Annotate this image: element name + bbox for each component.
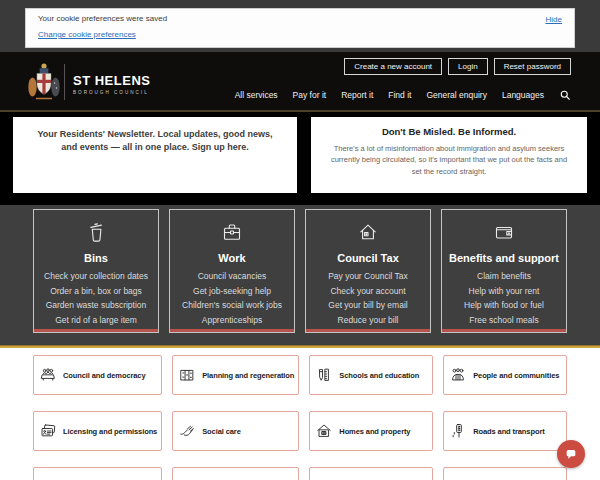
tile-partial[interactable] <box>33 467 162 480</box>
search-icon[interactable] <box>559 89 571 101</box>
card-link[interactable]: Garden waste subscription <box>37 298 155 313</box>
account-buttons: Create a new account Login Reset passwor… <box>344 58 571 75</box>
create-account-button[interactable]: Create a new account <box>344 58 442 75</box>
nav-report-it[interactable]: Report it <box>341 90 373 100</box>
card-link[interactable]: Get rid of a large item <box>37 313 155 328</box>
council-coat-of-arms-logo <box>27 60 61 104</box>
misled-title: Don't Be Misled. Be Informed. <box>325 126 573 137</box>
home-icon <box>314 421 334 441</box>
tile-label: Schools and education <box>339 371 419 380</box>
nav-pay-for-it[interactable]: Pay for it <box>293 90 327 100</box>
card-link[interactable]: Children's social work jobs <box>173 298 291 313</box>
card-link[interactable]: Pay your Council Tax <box>309 269 427 284</box>
tile-label: Licensing and permissions <box>63 427 157 436</box>
card-link[interactable]: Apprenticeships <box>173 313 291 328</box>
briefcase-icon <box>173 219 291 245</box>
hide-cookie-banner-link[interactable]: Hide <box>546 15 562 24</box>
card-work[interactable]: Work Council vacancies Get job-seeking h… <box>169 209 295 333</box>
card-title: Benefits and support <box>445 252 563 264</box>
tile-label: Council and democracy <box>63 371 146 380</box>
nav-general-enquiry[interactable]: General enquiry <box>426 90 486 100</box>
org-subtitle: BOROUGH COUNCIL <box>73 90 150 95</box>
tile-partial[interactable] <box>443 467 567 480</box>
newsletter-text: Your Residents' Newsletter. Local update… <box>31 128 279 154</box>
nav-find-it[interactable]: Find it <box>388 90 411 100</box>
tile-label: Roads and transport <box>473 427 544 436</box>
category-tiles: Council and democracy Planning and regen… <box>0 348 600 480</box>
caring-hands-icon <box>177 421 197 441</box>
tile-homes-and-property[interactable]: Homes and property <box>309 411 433 451</box>
tile-council-and-democracy[interactable]: Council and democracy <box>33 355 162 395</box>
card-title: Council Tax <box>309 252 427 264</box>
card-benefits[interactable]: Benefits and support Claim benefits Help… <box>441 209 567 333</box>
site-header: ST HELENS BOROUGH COUNCIL Create a new a… <box>0 52 600 112</box>
reset-password-button[interactable]: Reset password <box>494 58 571 75</box>
nav-languages[interactable]: Languages <box>502 90 544 100</box>
card-link[interactable]: Free school meals <box>445 313 563 328</box>
map-plan-icon <box>177 365 197 385</box>
cookie-banner: Your cookie preferences were saved Chang… <box>0 0 600 52</box>
card-link[interactable]: Claim benefits <box>445 269 563 284</box>
card-link[interactable]: Get your bill by email <box>309 298 427 313</box>
traffic-light-icon <box>448 421 468 441</box>
cookie-message-box: Your cookie preferences were saved Chang… <box>25 8 575 48</box>
chat-bubble-icon <box>563 446 579 462</box>
wallet-icon <box>445 219 563 245</box>
logo-divider <box>64 64 65 100</box>
cookie-message: Your cookie preferences were saved <box>38 14 562 23</box>
card-council-tax[interactable]: Council Tax Pay your Council Tax Check y… <box>305 209 431 333</box>
login-button[interactable]: Login <box>448 58 488 75</box>
card-link[interactable]: Check your account <box>309 284 427 299</box>
card-link[interactable]: Council vacancies <box>173 269 291 284</box>
tile-partial[interactable] <box>172 467 299 480</box>
change-cookie-preferences-link[interactable]: Change cookie preferences <box>38 30 136 39</box>
service-cards: Bins Check your collection dates Order a… <box>0 205 600 345</box>
card-link[interactable]: Check your collection dates <box>37 269 155 284</box>
dont-be-misled-banner[interactable]: Don't Be Misled. Be Informed. There's a … <box>311 117 587 193</box>
tile-planning-and-regeneration[interactable]: Planning and regeneration <box>172 355 299 395</box>
card-title: Bins <box>37 252 155 264</box>
id-cards-icon <box>38 421 58 441</box>
nav-all-services[interactable]: All services <box>235 90 278 100</box>
tile-roads-and-transport[interactable]: Roads and transport <box>443 411 567 451</box>
promo-banners: Your Residents' Newsletter. Local update… <box>0 112 600 205</box>
misled-text: There's a lot of misinformation about im… <box>325 143 573 177</box>
main-navigation: All services Pay for it Report it Find i… <box>235 89 571 101</box>
card-accent-bar <box>170 329 294 332</box>
tile-people-and-communities[interactable]: People and communities <box>443 355 567 395</box>
org-name: ST HELENS <box>73 73 150 88</box>
tile-label: Social care <box>202 427 241 436</box>
trash-bin-icon <box>37 219 155 245</box>
tile-label: Homes and property <box>339 427 410 436</box>
tile-social-care[interactable]: Social care <box>172 411 299 451</box>
card-bins[interactable]: Bins Check your collection dates Order a… <box>33 209 159 333</box>
card-link[interactable]: Reduce your bill <box>309 313 427 328</box>
card-link[interactable]: Help with food or fuel <box>445 298 563 313</box>
tile-schools-and-education[interactable]: Schools and education <box>309 355 433 395</box>
house-icon <box>309 219 427 245</box>
card-accent-bar <box>442 329 566 332</box>
live-chat-button[interactable] <box>557 440 585 468</box>
card-link[interactable]: Help with your rent <box>445 284 563 299</box>
council-meeting-icon <box>38 365 58 385</box>
tile-partial[interactable] <box>309 467 433 480</box>
people-group-icon <box>448 365 468 385</box>
newsletter-banner[interactable]: Your Residents' Newsletter. Local update… <box>13 117 297 193</box>
card-link[interactable]: Order a bin, box or bags <box>37 284 155 299</box>
card-title: Work <box>173 252 291 264</box>
card-accent-bar <box>306 329 430 332</box>
card-link[interactable]: Get job-seeking help <box>173 284 291 299</box>
tile-label: People and communities <box>473 371 559 380</box>
site-logo-text[interactable]: ST HELENS BOROUGH COUNCIL <box>73 73 150 95</box>
tile-label: Planning and regeneration <box>202 371 294 380</box>
tile-licensing-and-permissions[interactable]: Licensing and permissions <box>33 411 162 451</box>
pencil-ruler-icon <box>314 365 334 385</box>
card-accent-bar <box>34 329 158 332</box>
